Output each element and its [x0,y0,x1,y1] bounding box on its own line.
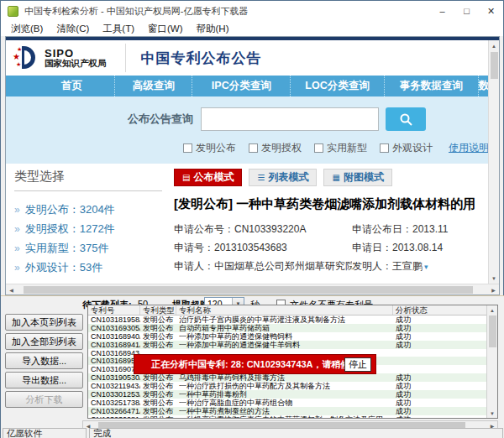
table-row[interactable]: CN103266471A发明公布一种中草药煮制蚕丝的方法成功 [88,407,497,415]
patent-fields: 申请公布号：CN103393220A 申请公布日：2013.11 申请号：201… [174,221,487,276]
analysis-progress-bar: 正在分析中国专利: 28: CN102934743A，请稍候 ... 停止 [134,354,376,374]
menu-clear[interactable]: 清除(C) [50,23,96,35]
menu-tools[interactable]: 工具(T) [96,23,141,35]
filter-utility-model[interactable]: 实用新型 [314,141,367,155]
col-patent-type[interactable]: 专利类型 [140,305,176,315]
filter-invention-grant[interactable]: 发明授权 [249,141,302,155]
table-row[interactable]: CN103301253A发明公布一种中草药排毒粉剂成功 [88,390,497,399]
filter-design[interactable]: 外观设计 [380,141,433,155]
import-data-button[interactable]: 导入数据... [5,352,83,369]
patent-title[interactable]: [发明公布] 一种中草药类卷烟滤嘴添加剂载体材料的用 [174,195,478,213]
nav-transaction-search[interactable]: 事务数据查询 [385,76,479,96]
analyze-download-button: 分析下载 [5,391,83,408]
bullet-icon: » [14,204,20,216]
search-input[interactable] [201,107,379,131]
download-panel: 待下载列表: 50 提取超时: 120 ▼ 秒 文件名不要有专利号 加入本页到列… [1,295,504,428]
field-label: 申请人： [174,260,214,272]
table-row[interactable]: CN103168940A发明公布一种添加中草药的通道保健鸭饲料成功 [88,332,497,341]
mode-publish-button[interactable]: ▤ 公布模式 [174,169,242,186]
field-value: 中国烟草总公司郑州烟草研究院 [214,260,352,272]
bullet-icon: » [14,262,20,274]
table-header: 专利号 专利类型 专利名称 分析状态 [88,305,497,315]
window-controls: – □ ✕ [430,1,503,21]
sidebar-item-design[interactable]: » 外观设计：53件 [14,258,162,277]
sidebar-title: 类型选择 [14,169,162,191]
scroll-right-icon[interactable]: ▶ [488,284,499,295]
browser-horizontal-scrollbar[interactable]: ◀ ▶ [6,284,499,295]
mode-figure-button[interactable]: ▦ 附图模式 [323,169,391,186]
checkbox-icon[interactable] [183,143,192,153]
nav-loc-search[interactable]: LOC分类查询 [291,76,385,96]
scrollbar-track[interactable] [489,80,499,273]
sipo-logo[interactable]: ★ ★ ★ SIPO 国家知识产权局 [14,44,107,71]
scroll-left-icon[interactable]: ◀ [6,284,17,295]
col-patent-number[interactable]: 专利号 [88,305,140,315]
checkbox-icon[interactable] [314,143,323,153]
table-row[interactable]: CN103181958A发明公布治疗奶牛子宫内膜炎的中草药灌注液及其制备方法成功 [88,315,497,324]
nav-home[interactable]: 首页 [29,76,115,96]
sidebar-item-utility-model[interactable]: » 实用新型：375件 [14,238,162,258]
field-value: 王宣鹏 [392,260,423,272]
usage-help-link[interactable]: 使用说明 [449,141,489,155]
table-row[interactable]: CN103211943A发明公布一种治疗跌打损伤的中草药配方及其制备方法成功 [88,382,497,390]
search-icon [399,112,413,127]
field-label: 申请号： [174,242,214,253]
add-all-to-list-button[interactable]: 加入全部到列表 [5,333,83,350]
table-vertical-scrollbar[interactable]: ▲ ▼ [486,305,497,418]
scrollbar-track[interactable] [487,348,497,409]
field-value: CN103393220A [234,223,306,235]
site-navbar: 首页 高级查询 IPC分类查询 LOC分类查询 事务数据查询 数 [6,76,499,96]
close-button[interactable]: ✕ [479,1,503,21]
table-row[interactable]: CN103168941A发明公布一种添加中草药的通道保健牛羊饲料成功 [88,341,497,349]
stop-button[interactable]: 停止 [344,357,371,372]
table-row[interactable]: CN103251738A发明公布一种治疗高脂血症的中草药组合物成功 [88,399,497,407]
sipo-logo-mark: ★ ★ ★ [14,44,43,71]
scroll-down-icon[interactable]: ▼ [489,273,499,284]
search-zone: 公布公告查询 发明公布 发明授权 [6,96,499,164]
nav-ipc-search[interactable]: IPC分类查询 [192,76,291,96]
scroll-up-icon[interactable]: ▲ [487,305,497,315]
figure-mode-icon: ▦ [332,173,339,182]
field-label: 申请公布日： [352,223,412,235]
scroll-up-icon[interactable]: ▲ [489,40,499,51]
app-icon [8,6,18,17]
status-state: 完成 [89,428,503,438]
field-label: 申请日： [352,242,392,253]
minimize-button[interactable]: – [430,1,454,21]
filter-invention-publish[interactable]: 发明公布 [183,141,236,155]
col-patent-name[interactable]: 专利名称 [176,305,393,315]
mode-list-button[interactable]: ☰ 列表模式 [249,169,317,186]
export-data-button[interactable]: 导出数据... [5,372,83,388]
bullet-icon: » [14,242,20,254]
table-row[interactable]: CN103169305A发明公布自动药箱专用中草药储药箱成功 [88,324,497,332]
publish-mode-icon: ▤ [182,173,190,182]
menu-browse[interactable]: 浏览(B) [4,23,50,35]
table-row[interactable]: CN103230081A发明公布一种提高家蚕抗御病毒病力的中草药添加剂、制备方法… [88,415,497,419]
field-value: 2013.08.14 [392,242,443,253]
sidebar-item-invention-publish[interactable]: » 发明公布：3204件 [14,200,162,219]
browser-vertical-scrollbar[interactable]: ▲ ▼ [488,40,499,284]
patent-table: 专利号 专利类型 专利名称 分析状态 CN103181958A发明公布治疗奶牛子… [87,305,498,419]
sidebar-item-invention-grant[interactable]: » 发明授权：1272件 [14,219,162,238]
scrollbar-thumb[interactable] [489,315,496,347]
scrollbar-thumb[interactable] [24,286,473,294]
menu-window[interactable]: 窗口(W) [141,23,190,35]
table-row[interactable]: CN103190530A发明公布乌鸡排毒中草药饲料及排毒方法成功 [88,373,497,382]
checkbox-icon[interactable] [380,143,389,153]
maximize-button[interactable]: □ [454,1,479,21]
header-divider [125,44,126,72]
view-mode-row: ▤ 公布模式 ☰ 列表模式 ▦ 附图模式 [174,169,487,186]
status-app-name: 亿愿软件 [3,428,87,438]
status-bar: 亿愿软件 完成 [1,428,504,438]
scroll-down-icon[interactable]: ▼ [487,409,497,418]
star-icon: ★ [16,61,21,67]
checkbox-icon[interactable] [249,143,258,153]
search-button[interactable] [386,107,426,131]
menu-help[interactable]: 帮助(H) [190,23,236,35]
sipo-d-shape [22,46,35,69]
nav-advanced-search[interactable]: 高级查询 [115,76,192,96]
inventor-dropdown-icon[interactable]: ▾ [424,263,428,271]
col-analysis-status[interactable]: 分析状态 [393,305,497,315]
scrollbar-thumb[interactable] [491,52,498,79]
add-page-to-list-button[interactable]: 加入本页到列表 [5,314,83,331]
